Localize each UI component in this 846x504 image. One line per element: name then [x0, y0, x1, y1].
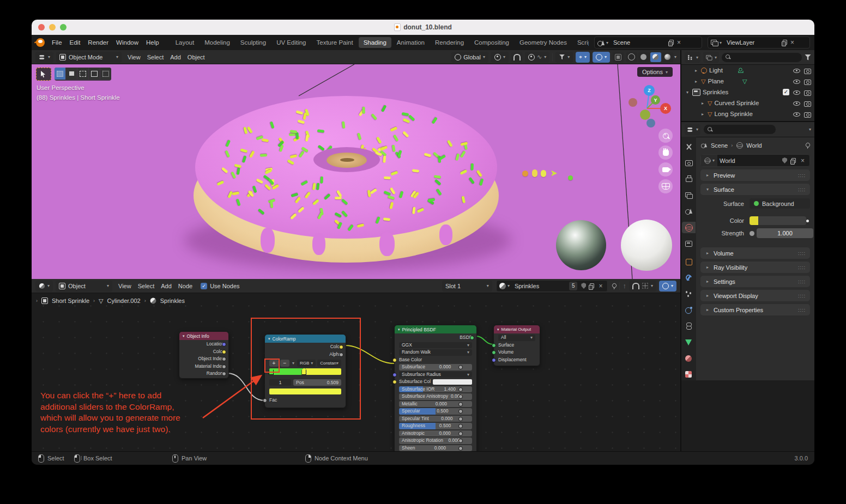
hide-viewport-icon[interactable]: [793, 89, 800, 95]
outliner-row-light[interactable]: ▸ Light: [681, 65, 814, 76]
collapsed-panel[interactable]: ▸Viewport Display::::: [700, 290, 810, 301]
properties-editor-type[interactable]: ▾: [685, 124, 700, 135]
tab-modifiers[interactable]: [682, 272, 696, 284]
input-socket[interactable]: [458, 365, 463, 369]
close-icon[interactable]: ×: [675, 40, 683, 45]
zoom-button[interactable]: [658, 129, 673, 143]
world-color-swatch[interactable]: [750, 216, 758, 225]
strength-slider[interactable]: 1.000: [757, 228, 813, 238]
gizmo-neg-z-axis[interactable]: [646, 119, 655, 127]
xray-toggle[interactable]: [613, 52, 624, 62]
viewport-menu-item[interactable]: Object: [184, 53, 208, 62]
bsdf-row[interactable]: Sheen0.000: [399, 445, 472, 452]
menu-item[interactable]: Render: [84, 38, 112, 47]
properties-search[interactable]: [704, 125, 776, 134]
gizmos-dropdown[interactable]: ⌖▾: [576, 52, 590, 63]
tab-object-data[interactable]: [682, 337, 696, 348]
collection-checkbox[interactable]: ✓: [783, 89, 789, 95]
select-lasso-button[interactable]: [89, 68, 100, 80]
bsdf-row[interactable]: Subsurface Radius▾: [399, 372, 472, 378]
world-color-field[interactable]: [758, 216, 806, 225]
tab-particles[interactable]: [682, 288, 696, 300]
unlink-icon[interactable]: ×: [596, 283, 605, 289]
slot-dropdown[interactable]: Slot 1▾: [442, 281, 492, 292]
node-menu-item[interactable]: Select: [135, 282, 158, 290]
tab-object[interactable]: [682, 256, 696, 268]
collapse-icon[interactable]: ▾: [685, 90, 690, 95]
use-nodes-checkbox[interactable]: ✓ Use Nodes: [201, 283, 239, 289]
node-canvas[interactable]: › Short Sprinkle › ▽ Cylinder.002 › Spri…: [32, 293, 680, 451]
tab-material[interactable]: [682, 353, 696, 365]
input-socket[interactable]: [458, 394, 463, 399]
pan-button[interactable]: [658, 145, 673, 160]
panel-preview[interactable]: ▸Preview::::: [700, 169, 810, 181]
pin-icon[interactable]: [804, 142, 810, 149]
panel-surface[interactable]: ▾Surface::::: [700, 184, 810, 195]
expand-icon[interactable]: ▸: [700, 101, 705, 106]
outliner-row-curved-sprinkle[interactable]: ▸ ▽ Curved Sprinkle: [681, 98, 814, 108]
color-swatch[interactable]: [433, 379, 472, 385]
disable-render-icon[interactable]: [804, 100, 811, 106]
go-parent-node-icon[interactable]: ↑: [623, 282, 626, 290]
close-icon[interactable]: ×: [788, 40, 796, 45]
scene-selector[interactable]: ▾ Scene ×: [594, 37, 702, 48]
input-socket[interactable]: [458, 409, 463, 414]
new-scene-icon[interactable]: [668, 40, 673, 45]
outliner-row-sprinkles[interactable]: ▾ Sprinkles ✓: [681, 87, 814, 98]
collapsed-panel[interactable]: ▸Ray Visibility::::: [700, 262, 810, 273]
workspace-tab[interactable]: Geometry Nodes: [515, 37, 572, 48]
workspace-tab[interactable]: Shading: [359, 37, 391, 48]
hide-viewport-icon[interactable]: [793, 78, 800, 84]
expand-icon[interactable]: ▸: [693, 68, 699, 73]
node-menu-item[interactable]: Add: [158, 282, 175, 290]
viewport-menu-item[interactable]: View: [124, 53, 144, 62]
input-socket[interactable]: [458, 446, 463, 451]
collapsed-panel[interactable]: ▸Volume::::: [700, 247, 810, 259]
input-socket[interactable]: [492, 358, 496, 362]
tab-output[interactable]: [682, 173, 696, 185]
node-menu-item[interactable]: Node: [175, 282, 196, 290]
bsdf-row[interactable]: Anisotropic Rotation0.000: [399, 438, 472, 444]
perspective-toggle-button[interactable]: [658, 179, 673, 193]
node-overlays-dropdown[interactable]: ▾: [659, 281, 676, 292]
material-output-node[interactable]: ▾Material Output All▾ SurfaceVolumeDispl…: [493, 325, 540, 366]
output-socket[interactable]: [222, 365, 226, 369]
tab-texture[interactable]: [682, 369, 696, 380]
material-selector[interactable]: ▾ Sprinkles 5 ×: [496, 280, 608, 292]
input-socket[interactable]: [492, 343, 496, 348]
disable-render-icon[interactable]: [804, 89, 811, 95]
workspace-tab[interactable]: Sculpting: [235, 37, 271, 48]
outliner-row-long-sprinkle[interactable]: ▸ ▽ Long Sprinkle: [681, 108, 814, 119]
input-socket[interactable]: [458, 387, 463, 392]
animate-dot[interactable]: [806, 220, 809, 222]
pin-icon[interactable]: [611, 283, 617, 289]
workspace-tab[interactable]: Modeling: [200, 37, 235, 48]
camera-view-button[interactable]: [658, 162, 673, 177]
object-info-node[interactable]: ▾Object Info LocationColorObject IndexMa…: [179, 331, 229, 379]
input-socket[interactable]: [458, 424, 463, 428]
shading-material-button[interactable]: [650, 52, 661, 62]
sss-method-dropdown[interactable]: Random Walk▾: [399, 349, 472, 356]
output-target-dropdown[interactable]: All▾: [498, 335, 535, 341]
hide-viewport-icon[interactable]: [793, 111, 800, 117]
principled-bsdf-node[interactable]: ▾Principled BSDF BSDF GGX▾ Random Walk▾ …: [394, 325, 477, 451]
fake-user-icon[interactable]: [581, 283, 586, 289]
input-socket[interactable]: [458, 432, 463, 436]
tab-tool[interactable]: [682, 141, 696, 153]
menu-item[interactable]: Edit: [66, 38, 84, 47]
tab-view-layer[interactable]: [682, 190, 696, 201]
gizmo-y-axis[interactable]: Y: [651, 95, 660, 105]
workspace-tab[interactable]: Texture Paint: [312, 37, 358, 48]
bsdf-row[interactable]: Subsurface IOR1.400: [399, 386, 472, 393]
tab-constraints[interactable]: [682, 321, 696, 332]
hide-viewport-icon[interactable]: [793, 100, 800, 106]
new-world-icon[interactable]: [790, 158, 795, 163]
filter-icon[interactable]: [805, 54, 811, 60]
workspace-tab[interactable]: Compositing: [469, 37, 514, 48]
disable-render-icon[interactable]: [804, 68, 811, 74]
workspace-tab[interactable]: UV Editing: [271, 37, 311, 48]
options-button[interactable]: Options▾: [637, 67, 673, 77]
output-socket[interactable]: [222, 350, 226, 354]
output-socket[interactable]: [222, 342, 226, 347]
shading-solid-button[interactable]: [638, 52, 649, 62]
